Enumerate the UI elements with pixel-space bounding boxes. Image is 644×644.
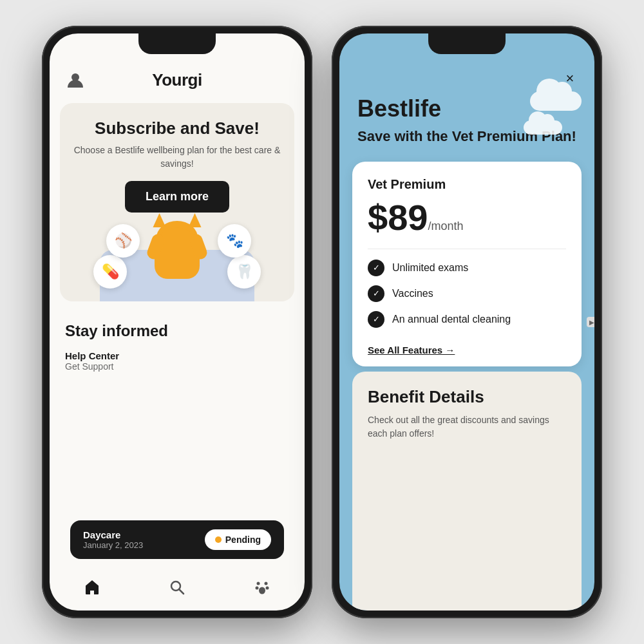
svg-line-2: [179, 589, 184, 594]
main-scene: Yourgi Subscribe and Save! Choose a Best…: [0, 0, 644, 644]
help-center-subtitle: Get Support: [65, 361, 289, 372]
status-label: Pending: [225, 535, 261, 545]
check-icon-2: ✓: [368, 285, 384, 302]
benefit-text: Check out all the great discounts and sa…: [368, 413, 566, 440]
feature-label-3: An annual dental cleaning: [392, 314, 511, 325]
help-center-title: Help Center: [65, 350, 289, 361]
promo-banner: Subscribe and Save! Choose a Bestlife we…: [60, 103, 294, 301]
phone-notch-2: [428, 33, 506, 54]
bubble-tooth: 🦷: [227, 255, 261, 289]
banner-illustration: 💊 ⚾ 🦷 🐾: [73, 218, 281, 301]
feature-item-2: ✓ Vaccines: [368, 285, 566, 302]
benefit-title: Benefit Details: [368, 387, 566, 407]
pending-dot: [215, 536, 222, 543]
plan-name: Vet Premium: [368, 177, 566, 192]
check-icon-3: ✓: [368, 311, 384, 328]
help-center-item[interactable]: Help Center Get Support: [65, 350, 289, 372]
service-date: January 2, 2023: [83, 540, 143, 550]
bubble-ball: ⚾: [106, 224, 140, 258]
pricing-card: Vet Premium $89/month ✓ Unlimited exams …: [352, 162, 582, 366]
feature-item-1: ✓ Unlimited exams: [368, 260, 566, 276]
bottom-notification-bar[interactable]: Daycare January 2, 2023 Pending: [70, 520, 284, 559]
banner-subtitle: Choose a Bestlife wellbeing plan for the…: [73, 144, 281, 171]
avatar-icon[interactable]: [65, 70, 86, 90]
cloud-1: [530, 91, 582, 111]
scroll-arrow: ▶: [587, 317, 594, 327]
logo-text: Yourgi: [152, 70, 202, 90]
banner-title: Subscribe and Save!: [73, 118, 281, 138]
cat-figure: [155, 221, 200, 279]
phone-bestlife: × Bestlife Save with the Vet Premium Pla…: [332, 26, 602, 618]
learn-more-button[interactable]: Learn more: [125, 181, 229, 213]
feature-label-2: Vaccines: [392, 288, 433, 299]
bubble-medicine: 💊: [93, 255, 127, 289]
price-row: $89/month: [368, 200, 566, 236]
clouds-decoration: [491, 85, 594, 149]
status-badge: Pending: [205, 529, 271, 550]
see-all-features-link[interactable]: See All Features →: [368, 345, 455, 355]
feature-label-1: Unlimited exams: [392, 262, 468, 274]
stay-informed-title: Stay informed: [65, 322, 289, 340]
svg-point-6: [266, 587, 269, 590]
bubble-paw: 🐾: [218, 224, 251, 258]
nav-pets[interactable]: [252, 577, 272, 598]
svg-point-4: [265, 582, 268, 585]
stay-informed-section: Stay informed Help Center Get Support: [50, 309, 305, 383]
nav-search[interactable]: [167, 577, 187, 598]
svg-point-5: [256, 587, 259, 590]
app-header: Yourgi: [50, 62, 305, 95]
service-name: Daycare: [83, 529, 143, 540]
feature-item-3: ✓ An annual dental cleaning: [368, 311, 566, 328]
nav-home[interactable]: [82, 577, 102, 598]
phone-notch: [138, 33, 216, 54]
price-divider: [368, 249, 566, 249]
price-period: /month: [428, 220, 463, 232]
bottom-navigation: [50, 569, 305, 611]
phone-yourgi: Yourgi Subscribe and Save! Choose a Best…: [42, 26, 312, 618]
price-amount: $89: [368, 197, 428, 238]
cloud-2: [524, 120, 562, 135]
benefit-section: Benefit Details Check out all the great …: [352, 372, 582, 611]
svg-point-3: [257, 582, 260, 585]
app-logo: Yourgi: [152, 70, 202, 90]
svg-point-7: [259, 587, 265, 594]
check-icon-1: ✓: [368, 260, 384, 276]
